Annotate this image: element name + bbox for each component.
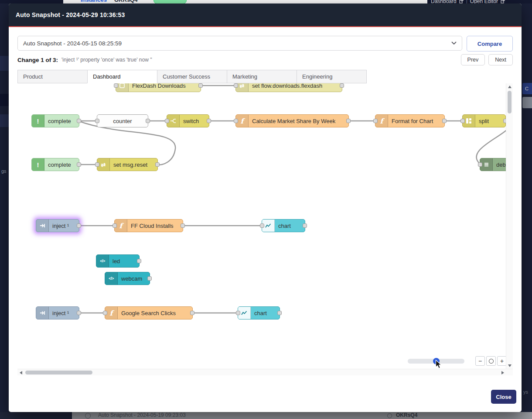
dashboard-link[interactable]: Dashboard bbox=[431, 0, 457, 3]
vertical-scrollbar[interactable] bbox=[506, 83, 513, 369]
change-description: 'inject ¹' property 'once' was 'true' no… bbox=[61, 57, 152, 63]
function-icon: f bbox=[241, 117, 244, 125]
inject-icon bbox=[39, 223, 45, 229]
partial-button-blue[interactable]: C bbox=[522, 83, 532, 94]
input-port bbox=[460, 119, 465, 123]
input-port bbox=[165, 119, 169, 123]
node-webcam[interactable]: </> webcam bbox=[105, 272, 150, 285]
input-port bbox=[236, 311, 240, 315]
partial-button-grey[interactable] bbox=[522, 97, 532, 108]
code-icon: </> bbox=[109, 276, 114, 281]
output-port bbox=[277, 311, 282, 315]
modal-body: Auto Snapshot - 2024-05-15 08:25:59 Comp… bbox=[9, 36, 522, 375]
snapshot-select[interactable]: Auto Snapshot - 2024-05-15 08:25:59 bbox=[17, 36, 462, 51]
open-editor-link[interactable]: Open Editor bbox=[470, 0, 498, 3]
node-label: chart bbox=[251, 310, 271, 316]
output-port bbox=[340, 83, 344, 88]
node-split[interactable]: split bbox=[462, 114, 506, 127]
zoom-slider-thumb[interactable] bbox=[433, 358, 440, 364]
info-icon bbox=[85, 413, 91, 419]
output-port bbox=[303, 223, 307, 228]
tab-customer-success[interactable]: Customer Success bbox=[157, 70, 227, 83]
scroll-left-button[interactable] bbox=[17, 369, 24, 376]
next-button[interactable]: Next bbox=[488, 54, 513, 65]
external-link-icon bbox=[459, 0, 464, 3]
sidebar-item[interactable] bbox=[0, 114, 9, 127]
function-icon: f bbox=[380, 117, 383, 125]
node-counter[interactable]: counter bbox=[97, 114, 148, 127]
node-google-search-clicks[interactable]: f Google Search Clicks bbox=[105, 306, 193, 319]
input-port bbox=[113, 223, 117, 228]
zoom-slider[interactable] bbox=[408, 359, 464, 364]
horizontal-scroll-thumb[interactable] bbox=[25, 371, 92, 374]
scroll-up-button[interactable] bbox=[506, 83, 513, 90]
output-port bbox=[207, 119, 211, 123]
node-label: inject ¹ bbox=[49, 223, 73, 229]
output-port bbox=[198, 83, 203, 88]
node-debug[interactable]: debug bbox=[480, 158, 506, 171]
node-set-msg-reset[interactable]: ⇄ set msg.reset bbox=[97, 158, 158, 171]
output-port bbox=[77, 119, 81, 123]
node-label: set msg.reset bbox=[110, 161, 152, 168]
zoom-reset-button[interactable] bbox=[486, 356, 496, 366]
node-label: debug bbox=[493, 161, 506, 168]
zoom-reset-icon bbox=[489, 359, 494, 364]
node-inject-2[interactable]: inject ¹ bbox=[36, 306, 79, 319]
node-ff-cloud-installs[interactable]: f FF Cloud Installs bbox=[114, 219, 183, 232]
background-sidebar: gs bbox=[0, 3, 9, 412]
function-icon: f bbox=[110, 309, 113, 317]
node-label: Google Search Clicks bbox=[118, 310, 180, 316]
modal-header: Auto Snapshot - 2024-05-29 10:36:53 bbox=[9, 3, 522, 27]
output-port bbox=[147, 276, 152, 281]
close-button[interactable]: Close bbox=[491, 390, 516, 404]
output-port bbox=[181, 223, 185, 228]
node-switch[interactable]: switch bbox=[167, 114, 209, 127]
compare-button[interactable]: Compare bbox=[467, 36, 513, 52]
zoom-out-button[interactable]: − bbox=[475, 356, 485, 366]
modal-title: Auto Snapshot - 2024-05-29 10:36:53 bbox=[9, 11, 125, 18]
node-flexdash-downloads[interactable]: FlexDash Downloads bbox=[116, 83, 201, 92]
background-bottom-left bbox=[0, 412, 72, 419]
vertical-scroll-thumb[interactable] bbox=[508, 91, 512, 113]
flow-canvas[interactable]: FlexDash Downloads ⇄ set flow.downloads.… bbox=[17, 83, 506, 369]
input-port bbox=[95, 119, 99, 123]
split-icon bbox=[466, 118, 472, 124]
node-calc-market-share[interactable]: f Calculate Market Share By Week bbox=[235, 114, 349, 127]
snapshot-select-value: Auto Snapshot - 2024-05-15 08:25:59 bbox=[23, 40, 451, 47]
node-complete-1[interactable]: ! complete bbox=[31, 114, 79, 127]
right-partial-label: ys bbox=[523, 389, 528, 395]
node-format-for-chart[interactable]: f Format for Chart bbox=[375, 114, 445, 127]
node-chart-2[interactable]: chart bbox=[238, 306, 280, 319]
tab-product[interactable]: Product bbox=[17, 70, 88, 83]
node-label: switch bbox=[180, 118, 203, 124]
scroll-right-button[interactable] bbox=[499, 369, 506, 376]
complete-icon: ! bbox=[37, 161, 39, 168]
tab-dashboard[interactable]: Dashboard bbox=[87, 70, 157, 83]
snapshot-diff-modal: Auto Snapshot - 2024-05-29 10:36:53 Auto… bbox=[9, 3, 522, 412]
sidebar-item-active[interactable] bbox=[0, 94, 9, 106]
output-port bbox=[442, 119, 447, 123]
background-top-left bbox=[0, 0, 63, 3]
output-port bbox=[77, 162, 81, 167]
prev-button[interactable]: Prev bbox=[461, 54, 485, 65]
tab-engineering[interactable]: Engineering bbox=[297, 70, 367, 83]
horizontal-scrollbar[interactable] bbox=[17, 369, 506, 375]
node-chart-1[interactable]: chart bbox=[262, 219, 305, 232]
flow-tabs: Product Dashboard Customer Success Marke… bbox=[17, 70, 513, 83]
inject-icon bbox=[39, 310, 45, 316]
sidebar-item[interactable] bbox=[0, 56, 9, 71]
screen: Instances OKRsQ4 Dashboard | Open Editor bbox=[0, 0, 532, 419]
zoom-in-button[interactable]: + bbox=[497, 356, 506, 366]
function-icon: f bbox=[119, 222, 123, 230]
background-right-edge: C ys bbox=[522, 3, 532, 412]
node-complete-2[interactable]: ! complete bbox=[31, 158, 79, 171]
output-port bbox=[146, 119, 150, 123]
tab-marketing[interactable]: Marketing bbox=[227, 70, 297, 83]
target-icon bbox=[387, 413, 392, 418]
node-led[interactable]: </> led bbox=[96, 254, 140, 268]
node-set-flexdash[interactable]: ⇄ set flow.downloads.flexdash bbox=[235, 83, 342, 92]
scroll-down-button[interactable] bbox=[506, 362, 513, 369]
breadcrumb-instances[interactable]: Instances bbox=[81, 0, 107, 3]
code-icon: </> bbox=[100, 259, 105, 263]
node-inject-selected[interactable]: inject ¹ bbox=[36, 219, 79, 232]
